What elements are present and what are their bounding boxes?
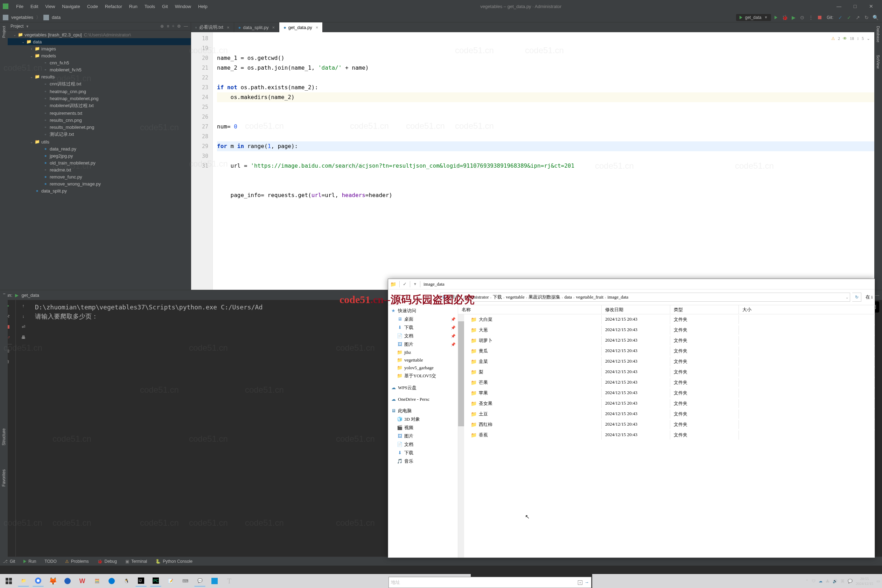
- git-history-button[interactable]: ↻: [863, 14, 870, 21]
- code-editor[interactable]: 1819202122232425262728293031 name_1 = os…: [191, 32, 874, 290]
- close-button[interactable]: ✕: [863, 0, 879, 13]
- file-row[interactable]: 📁黄瓜2024/12/15 20:43文件夹: [458, 346, 874, 356]
- tree-item[interactable]: ▫requirements.txt: [8, 110, 191, 117]
- print-button[interactable]: 🖶: [19, 333, 28, 342]
- project-tool-tab[interactable]: Project: [1, 24, 7, 39]
- tree-item[interactable]: ●remove_wrong_image.py: [8, 180, 191, 187]
- menu-refactor[interactable]: Refactor: [102, 4, 126, 9]
- git-commit-button[interactable]: ✓: [845, 14, 853, 21]
- tree-item[interactable]: ●jpeg2jpg.py: [8, 152, 191, 159]
- collapse-all-icon[interactable]: ÷: [172, 24, 174, 29]
- tree-item[interactable]: ▫mobilenet训练过程.txt: [8, 102, 191, 110]
- nav-pictures[interactable]: 🖼图片📌: [388, 340, 458, 349]
- tree-item[interactable]: ▫heatmap_mobilenet.png: [8, 95, 191, 102]
- task-qq[interactable]: 🐧: [121, 575, 132, 586]
- file-row[interactable]: 📁胡萝卜2024/12/15 20:43文件夹: [458, 335, 874, 346]
- tray-notifications-icon[interactable]: 💬: [848, 579, 853, 584]
- soft-wrap-button[interactable]: ⏎: [19, 322, 28, 332]
- file-row[interactable]: 📁圣女果2024/12/15 20:43文件夹: [458, 398, 874, 409]
- nav-video[interactable]: 🎬视频: [388, 423, 458, 432]
- nav-wps[interactable]: ☁WPS云盘: [388, 384, 458, 392]
- menu-help[interactable]: Help: [195, 4, 211, 9]
- refresh-button[interactable]: ↻: [852, 292, 861, 302]
- file-row[interactable]: 📁西红柿2024/12/15 20:43文件夹: [458, 419, 874, 430]
- tree-item[interactable]: ▫heatmap_cnn.png: [8, 88, 191, 95]
- tray-ime[interactable]: 英: [841, 579, 844, 584]
- status-problems[interactable]: ⚠Problems: [65, 559, 89, 564]
- col-size[interactable]: 大小: [739, 305, 874, 314]
- tray-security-icon[interactable]: 🛡: [812, 579, 816, 583]
- tree-item[interactable]: ▫cnn训练过程.txt: [8, 80, 191, 88]
- nav-downloads2[interactable]: ⬇下载: [388, 449, 458, 457]
- project-tree[interactable]: ⌄📁vegetables[trash_tf2.3_cpu]C:\Users\Ad…: [8, 30, 191, 290]
- menu-tools[interactable]: Tools: [141, 4, 159, 9]
- tray-action-center-icon[interactable]: ▭: [876, 579, 880, 584]
- nav-music[interactable]: 🎵音乐: [388, 457, 458, 465]
- tray-network-icon[interactable]: 🖧: [826, 579, 830, 583]
- task-pycharm[interactable]: PC: [150, 575, 161, 586]
- tree-item[interactable]: ▫readme.txt: [8, 166, 191, 173]
- tray-cloud-icon[interactable]: ☁: [819, 579, 822, 584]
- scroll-down-button[interactable]: ↓: [19, 312, 28, 321]
- nav-onedrive[interactable]: ☁OneDrive - Persc: [388, 396, 458, 403]
- file-row[interactable]: 📁芒果2024/12/15 20:43文件夹: [458, 377, 874, 388]
- start-button[interactable]: [3, 575, 14, 586]
- tree-item[interactable]: ▫mobilenet_fv.h5: [8, 66, 191, 73]
- tree-item[interactable]: ⌄📁utils: [8, 138, 191, 145]
- status-git[interactable]: ⎇Git: [3, 559, 15, 564]
- editor-tab[interactable]: ▫必看说明.txt×: [191, 22, 234, 32]
- menu-run[interactable]: Run: [126, 4, 141, 9]
- git-push-button[interactable]: ↗: [854, 14, 862, 21]
- nav-yolo-traffic[interactable]: 📁基于YOLOV5交: [388, 372, 458, 380]
- settings-icon[interactable]: ⚙: [177, 24, 181, 29]
- taskbar-address-field[interactable]: 地址 ▾ →: [388, 577, 591, 588]
- nav-3d[interactable]: 🧊3D 对象: [388, 415, 458, 423]
- col-date[interactable]: 修改日期: [602, 305, 670, 314]
- nav-vegettable[interactable]: 📁vegettable: [388, 356, 458, 364]
- run-configuration-selector[interactable]: get_data ▼: [736, 14, 771, 21]
- tree-item[interactable]: ▫测试记录.txt: [8, 130, 191, 138]
- hide-run-icon[interactable]: —: [874, 292, 879, 298]
- system-tray[interactable]: ⌃ 🛡 ☁ 🖧 🔊 英 💬 20:55 2024/12/15 ▭: [592, 576, 882, 586]
- menu-code[interactable]: Code: [84, 4, 102, 9]
- database-tool-tab[interactable]: Database: [875, 24, 881, 44]
- task-calc[interactable]: 🧮: [92, 575, 102, 586]
- tree-item[interactable]: ▫cnn_fv.h5: [8, 59, 191, 66]
- explorer-scrollbar[interactable]: [458, 314, 464, 558]
- run-coverage-button[interactable]: ▶: [790, 14, 797, 21]
- favorites-tool-tab[interactable]: Favorites: [1, 468, 7, 488]
- nav-thispc[interactable]: 🖥此电脑: [388, 407, 458, 415]
- tree-item[interactable]: ⌄📁results: [8, 73, 191, 80]
- task-intellij[interactable]: IJ: [135, 575, 147, 586]
- status-run[interactable]: Run: [24, 559, 36, 564]
- nav-desktop[interactable]: 🖥桌面📌: [388, 315, 458, 323]
- close-tab-icon[interactable]: ×: [272, 25, 275, 30]
- tree-item[interactable]: ›📁images: [8, 45, 191, 52]
- tree-item[interactable]: ⌄📁vegetables[trash_tf2.3_cpu]C:\Users\Ad…: [8, 31, 191, 38]
- tree-item[interactable]: ⌄📁data: [8, 38, 191, 45]
- col-name[interactable]: 名称: [458, 305, 602, 314]
- file-row[interactable]: 📁土豆2024/12/15 20:43文件夹: [458, 409, 874, 419]
- breadcrumb-root[interactable]: vegetables: [11, 15, 33, 20]
- menu-file[interactable]: File: [13, 4, 27, 9]
- task-chrome[interactable]: [33, 575, 44, 586]
- explorer-nav-pane[interactable]: ★快速访问 🖥桌面📌 ⬇下载📌 📄文档📌 🖼图片📌 📁jtbz 📁vegetta…: [388, 305, 458, 558]
- file-row[interactable]: 📁香蕉2024/12/15 20:43文件夹: [458, 430, 874, 440]
- menu-view[interactable]: View: [42, 4, 58, 9]
- tree-item[interactable]: ▫results_cnn.png: [8, 117, 191, 123]
- structure-tool-tab[interactable]: Structure: [1, 427, 7, 447]
- file-rows[interactable]: 📁大白菜2024/12/15 20:43文件夹📁大葱2024/12/15 20:…: [458, 314, 874, 558]
- editor-inspection-widget[interactable]: ⚠2 👁18 ↕5 ⌄: [831, 34, 870, 44]
- quick-access[interactable]: ★快速访问: [388, 307, 458, 315]
- task-app1[interactable]: [209, 575, 220, 586]
- stop-button[interactable]: [816, 14, 824, 21]
- profile-button[interactable]: ⊙: [798, 14, 806, 21]
- expand-all-icon[interactable]: ≡: [166, 24, 169, 29]
- close-tab-icon[interactable]: ×: [227, 25, 230, 30]
- tray-chevron-up-icon[interactable]: ⌃: [806, 579, 808, 584]
- run-button[interactable]: [772, 14, 780, 21]
- sciview-tool-tab[interactable]: SciView: [875, 54, 881, 70]
- status-terminal[interactable]: ▣Terminal: [125, 559, 147, 564]
- tree-item[interactable]: ⌄📁models: [8, 52, 191, 59]
- menu-window[interactable]: Window: [171, 4, 195, 9]
